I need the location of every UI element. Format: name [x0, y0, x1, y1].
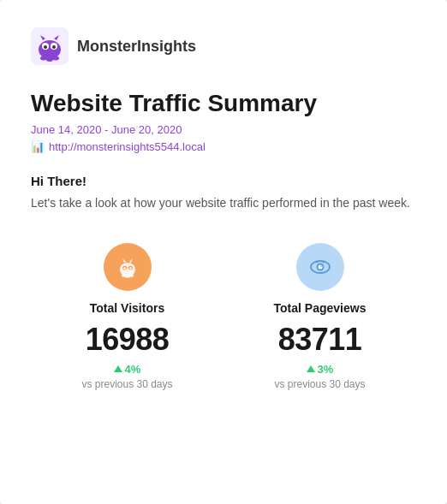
svg-line-29 — [323, 262, 324, 263]
date-range: June 14, 2020 - June 20, 2020 — [31, 123, 416, 136]
svg-point-4 — [44, 45, 47, 49]
page-title: Website Traffic Summary — [31, 89, 416, 118]
svg-marker-19 — [129, 258, 133, 263]
pageviews-vs-label: vs previous 30 days — [274, 378, 365, 390]
greeting-text: Hi There! — [31, 174, 416, 188]
pageviews-change-pct: 3% — [318, 363, 334, 376]
svg-point-25 — [318, 264, 322, 269]
header: MonsterInsights — [31, 27, 416, 65]
pageviews-icon — [308, 255, 332, 279]
svg-marker-18 — [122, 258, 126, 263]
visitors-icon — [116, 255, 140, 279]
visitors-vs-label: vs previous 30 days — [81, 378, 172, 390]
svg-point-16 — [129, 267, 131, 269]
svg-point-9 — [40, 56, 47, 61]
visitors-arrow-up — [114, 365, 122, 372]
svg-point-5 — [52, 45, 56, 49]
brand-name: MonsterInsights — [77, 38, 196, 56]
svg-point-22 — [128, 274, 134, 277]
stat-block-visitors: Total Visitors 16988 4% vs previous 30 d… — [40, 243, 214, 390]
visitors-icon-circle — [104, 243, 152, 291]
stat-block-pageviews: Total Pageviews 83711 3% vs previous 30 … — [233, 243, 407, 390]
svg-point-12 — [120, 263, 135, 276]
stats-row: Total Visitors 16988 4% vs previous 30 d… — [31, 243, 416, 390]
visitors-change: 4% — [114, 363, 141, 376]
pageviews-change: 3% — [307, 363, 334, 376]
pageviews-value: 83711 — [278, 322, 362, 358]
svg-point-26 — [320, 265, 322, 267]
svg-point-11 — [52, 56, 59, 61]
svg-line-28 — [317, 262, 318, 263]
visitors-value: 16988 — [86, 322, 170, 358]
site-url-link[interactable]: http://monsterinsights5544.local — [49, 140, 206, 153]
monsterinsights-logo — [31, 27, 69, 65]
report-card: MonsterInsights Website Traffic Summary … — [0, 0, 447, 504]
svg-point-10 — [46, 57, 53, 62]
pageviews-icon-circle — [296, 243, 344, 291]
site-link-row: 📊 http://monsterinsights5544.local — [31, 140, 416, 153]
pageviews-label: Total Pageviews — [274, 301, 367, 315]
chart-icon: 📊 — [31, 140, 45, 153]
svg-point-15 — [123, 267, 125, 269]
visitors-label: Total Visitors — [90, 301, 164, 315]
visitors-change-pct: 4% — [125, 363, 141, 376]
intro-text: Let's take a look at how your website tr… — [31, 193, 416, 212]
pageviews-arrow-up — [307, 365, 315, 372]
svg-point-1 — [39, 40, 61, 59]
